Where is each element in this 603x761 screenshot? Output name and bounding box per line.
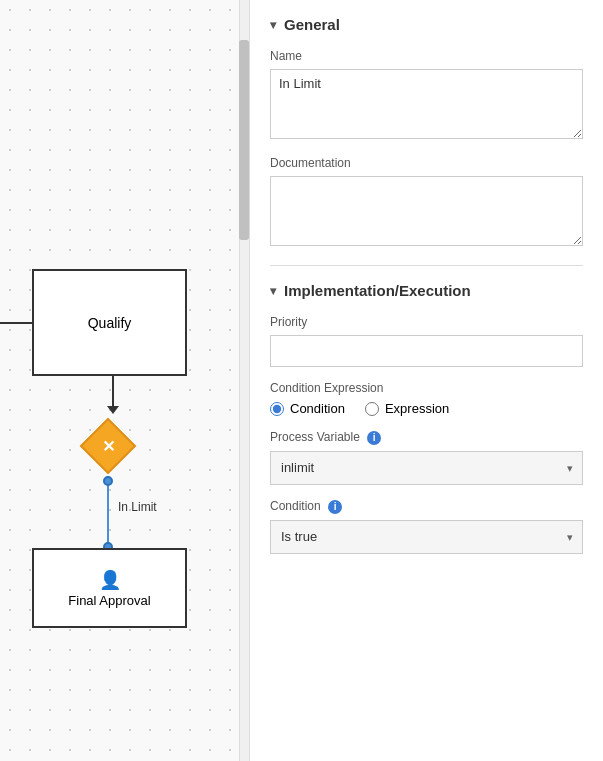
process-variable-label: Process Variable i: [270, 430, 583, 445]
radio-condition-input[interactable]: [270, 402, 284, 416]
properties-panel: ▾ General Name Documentation ▾ Implement…: [250, 0, 603, 761]
implementation-section-label: Implementation/Execution: [284, 282, 471, 299]
condition-select[interactable]: Is true Is false Equals Not equals: [270, 520, 583, 554]
radio-expression-label: Expression: [385, 401, 449, 416]
general-section-label: General: [284, 16, 340, 33]
radio-expression-input[interactable]: [365, 402, 379, 416]
x-icon: ✕: [102, 437, 115, 456]
name-textarea[interactable]: [270, 69, 583, 139]
in-limit-label: In Limit: [118, 500, 157, 514]
qualify-label: Qualify: [88, 315, 132, 331]
section-divider: [270, 265, 583, 266]
arrow-down-qualify: [107, 376, 119, 414]
general-chevron-icon: ▾: [270, 18, 276, 32]
radio-condition-label: Condition: [290, 401, 345, 416]
connector-dot-top: [103, 476, 113, 486]
general-section-header[interactable]: ▾ General: [270, 16, 583, 33]
person-icon: 👤: [99, 569, 121, 591]
condition-select-wrapper: Is true Is false Equals Not equals ▾: [270, 520, 583, 554]
implementation-chevron-icon: ▾: [270, 284, 276, 298]
process-variable-select[interactable]: inlimit other: [270, 451, 583, 485]
scrollbar-thumb[interactable]: [239, 40, 249, 240]
condition-expression-radio-group: Condition Expression: [270, 401, 583, 416]
condition-expression-label: Condition Expression: [270, 381, 583, 395]
condition-label: Condition i: [270, 499, 583, 514]
documentation-label: Documentation: [270, 156, 583, 170]
priority-label: Priority: [270, 315, 583, 329]
diamond-shape: ✕: [80, 418, 137, 475]
condition-field-group: Condition i Is true Is false Equals Not …: [270, 499, 583, 554]
condition-expression-group: Condition Expression Condition Expressio…: [270, 381, 583, 416]
process-variable-field-group: Process Variable i inlimit other ▾: [270, 430, 583, 485]
connector-line-vertical: [107, 476, 109, 546]
documentation-field-group: Documentation: [270, 156, 583, 249]
implementation-section-header[interactable]: ▾ Implementation/Execution: [270, 282, 583, 299]
documentation-textarea[interactable]: [270, 176, 583, 246]
qualify-box[interactable]: Qualify: [32, 269, 187, 376]
name-field-group: Name: [270, 49, 583, 142]
process-variable-info-icon[interactable]: i: [367, 431, 381, 445]
process-variable-select-wrapper: inlimit other ▾: [270, 451, 583, 485]
gateway-diamond[interactable]: ✕: [82, 420, 134, 472]
condition-info-icon[interactable]: i: [328, 500, 342, 514]
diagram-scrollbar[interactable]: [239, 0, 249, 761]
final-approval-box[interactable]: 👤 Final Approval: [32, 548, 187, 628]
priority-input[interactable]: [270, 335, 583, 367]
diagram-panel: Qualify ✕ In Limit 👤 Final Approval: [0, 0, 250, 761]
name-label: Name: [270, 49, 583, 63]
radio-condition-option[interactable]: Condition: [270, 401, 345, 416]
final-approval-label: Final Approval: [68, 593, 150, 608]
priority-field-group: Priority: [270, 315, 583, 367]
radio-expression-option[interactable]: Expression: [365, 401, 449, 416]
